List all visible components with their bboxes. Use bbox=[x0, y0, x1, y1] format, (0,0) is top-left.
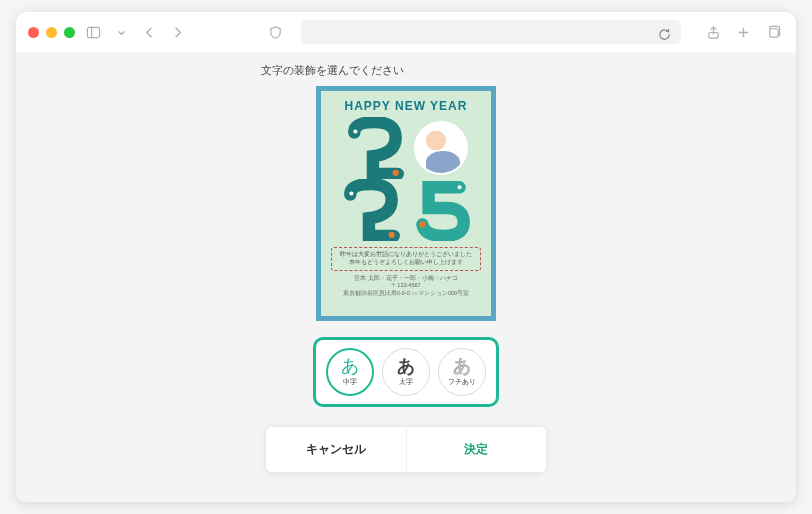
decoration-options: あ 中字 あ 太字 あ フチあり bbox=[313, 337, 499, 407]
minimize-icon[interactable] bbox=[46, 27, 57, 38]
address-block: 宮本 太郎・花子・一郎・小梅・ハナコ 〒123-4567 東京都渋谷区恵比寿0-… bbox=[343, 275, 469, 298]
option-bold[interactable]: あ 太字 bbox=[382, 348, 430, 396]
svg-rect-5 bbox=[770, 28, 778, 36]
digit-2 bbox=[344, 117, 406, 179]
digit-5 bbox=[410, 179, 472, 241]
back-icon[interactable] bbox=[139, 22, 159, 42]
svg-point-9 bbox=[389, 232, 395, 238]
forward-icon[interactable] bbox=[167, 22, 187, 42]
tabs-icon[interactable] bbox=[764, 22, 784, 42]
svg-point-8 bbox=[349, 191, 353, 195]
window-controls bbox=[28, 27, 75, 38]
year-row-1 bbox=[344, 117, 468, 179]
option-glyph: あ bbox=[453, 357, 471, 375]
option-label: フチあり bbox=[448, 377, 476, 387]
digit-2b bbox=[340, 179, 402, 241]
postcard-preview: HAPPY NEW YEAR 昨年は大変お世話になりありがとうございました 本年… bbox=[316, 86, 496, 321]
chevron-down-icon[interactable] bbox=[111, 22, 131, 42]
addr-line-2: 〒123-4567 bbox=[343, 282, 469, 290]
page-heading: 文字の装飾を選んでください bbox=[261, 63, 404, 78]
option-glyph: あ bbox=[341, 357, 359, 375]
sidebar-icon[interactable] bbox=[83, 22, 103, 42]
option-label: 中字 bbox=[343, 377, 357, 387]
confirm-button[interactable]: 決定 bbox=[407, 427, 547, 472]
photo-placeholder bbox=[414, 121, 468, 175]
maximize-icon[interactable] bbox=[64, 27, 75, 38]
close-icon[interactable] bbox=[28, 27, 39, 38]
card-title: HAPPY NEW YEAR bbox=[345, 99, 468, 113]
action-buttons: キャンセル 決定 bbox=[266, 427, 546, 472]
svg-point-10 bbox=[458, 185, 462, 189]
share-icon[interactable] bbox=[704, 22, 724, 42]
option-medium[interactable]: あ 中字 bbox=[326, 348, 374, 396]
svg-point-7 bbox=[393, 170, 399, 176]
refresh-icon[interactable] bbox=[655, 24, 675, 44]
titlebar bbox=[16, 12, 796, 53]
option-glyph: あ bbox=[397, 357, 415, 375]
address-bar[interactable] bbox=[301, 20, 681, 44]
message-box: 昨年は大変お世話になりありがとうございました 本年もどうぞよろしくお願い申し上げ… bbox=[331, 247, 481, 271]
plus-icon[interactable] bbox=[734, 22, 754, 42]
option-label: 太字 bbox=[399, 377, 413, 387]
svg-point-6 bbox=[353, 129, 357, 133]
toolbar-right bbox=[704, 22, 784, 42]
shield-icon[interactable] bbox=[265, 22, 285, 42]
year-row-2 bbox=[340, 179, 472, 241]
browser-window: 文字の装飾を選んでください HAPPY NEW YEAR 昨年は大変お世話になり… bbox=[16, 12, 796, 502]
msg-line-1: 昨年は大変お世話になりありがとうございました bbox=[335, 251, 477, 259]
svg-point-11 bbox=[419, 221, 425, 227]
option-outline[interactable]: あ フチあり bbox=[438, 348, 486, 396]
svg-rect-0 bbox=[87, 27, 99, 37]
content-area: 文字の装飾を選んでください HAPPY NEW YEAR 昨年は大変お世話になり… bbox=[16, 53, 796, 502]
msg-line-2: 本年もどうぞよろしくお願い申し上げます bbox=[335, 259, 477, 267]
addr-line-3: 東京都渋谷区恵比寿0-0-0 ○○マンション000号室 bbox=[343, 290, 469, 298]
cancel-button[interactable]: キャンセル bbox=[266, 427, 407, 472]
addr-line-1: 宮本 太郎・花子・一郎・小梅・ハナコ bbox=[343, 275, 469, 283]
